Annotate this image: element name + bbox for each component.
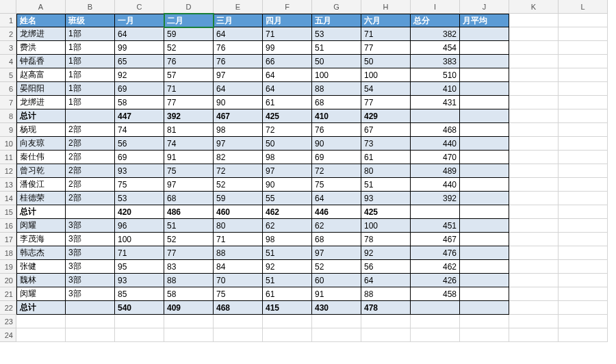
cell-D12[interactable]: 75 — [164, 164, 214, 178]
cell-H7[interactable]: 77 — [361, 96, 411, 109]
cell-D11[interactable]: 91 — [164, 151, 214, 164]
cell-D18[interactable]: 77 — [164, 246, 214, 260]
cell-E8[interactable]: 467 — [214, 109, 263, 123]
cell-F24[interactable] — [263, 328, 312, 342]
cell-G7[interactable]: 68 — [312, 96, 361, 109]
cell-C24[interactable] — [115, 328, 164, 342]
cell-L9[interactable] — [559, 123, 608, 137]
cell-G13[interactable]: 75 — [312, 178, 361, 192]
cell-D3[interactable]: 52 — [164, 41, 214, 55]
cell-L18[interactable] — [559, 246, 608, 260]
cell-F12[interactable]: 97 — [263, 164, 312, 178]
cell-E5[interactable]: 97 — [214, 68, 263, 82]
cell-I19[interactable]: 462 — [411, 260, 460, 274]
cell-B21[interactable]: 3部 — [66, 287, 115, 301]
col-head-H[interactable]: H — [361, 0, 411, 14]
cell-K14[interactable] — [509, 192, 559, 205]
cell-F10[interactable]: 50 — [263, 137, 312, 151]
cell-E11[interactable]: 82 — [214, 151, 263, 164]
cell-J14[interactable] — [460, 192, 509, 205]
cell-L12[interactable] — [559, 164, 608, 178]
cell-G15[interactable]: 446 — [312, 205, 361, 219]
cell-D9[interactable]: 81 — [164, 123, 214, 137]
cell-A8[interactable]: 总计 — [16, 109, 66, 123]
cell-F19[interactable]: 92 — [263, 260, 312, 274]
cell-L3[interactable] — [559, 41, 608, 55]
cell-J7[interactable] — [460, 96, 509, 109]
row-head-1[interactable]: 1 — [0, 14, 16, 27]
cell-E18[interactable]: 88 — [214, 246, 263, 260]
cell-C15[interactable]: 420 — [115, 205, 164, 219]
cell-I21[interactable]: 458 — [411, 287, 460, 301]
cell-B8[interactable] — [66, 109, 115, 123]
cell-D8[interactable]: 392 — [164, 109, 214, 123]
cell-L15[interactable] — [559, 205, 608, 219]
cell-D1[interactable]: 二月 — [164, 14, 214, 27]
row-head-3[interactable]: 3 — [0, 41, 16, 55]
cell-E1[interactable]: 三月 — [214, 14, 263, 27]
cell-H19[interactable]: 56 — [361, 260, 411, 274]
cell-H12[interactable]: 80 — [361, 164, 411, 178]
cell-F2[interactable]: 71 — [263, 27, 312, 41]
cell-L24[interactable] — [559, 328, 608, 342]
cell-B1[interactable]: 班级 — [66, 14, 115, 27]
cell-E10[interactable]: 97 — [214, 137, 263, 151]
cell-D17[interactable]: 52 — [164, 233, 214, 246]
cell-E14[interactable]: 59 — [214, 192, 263, 205]
cell-D21[interactable]: 58 — [164, 287, 214, 301]
cell-E13[interactable]: 52 — [214, 178, 263, 192]
cell-K22[interactable] — [509, 301, 559, 315]
cell-H5[interactable]: 100 — [361, 68, 411, 82]
cell-I1[interactable]: 总分 — [411, 14, 460, 27]
cell-K23[interactable] — [509, 315, 559, 328]
spreadsheet[interactable]: ABCDEFGHIJKL1姓名班级一月二月三月四月五月六月总分月平均2龙绑进1部… — [0, 0, 616, 342]
cell-B24[interactable] — [66, 328, 115, 342]
cell-L8[interactable] — [559, 109, 608, 123]
cell-E17[interactable]: 71 — [214, 233, 263, 246]
row-head-6[interactable]: 6 — [0, 82, 16, 96]
cell-A18[interactable]: 韩志杰 — [16, 246, 66, 260]
cell-J16[interactable] — [460, 219, 509, 233]
cell-H2[interactable]: 71 — [361, 27, 411, 41]
cell-I24[interactable] — [411, 328, 460, 342]
cell-I16[interactable]: 451 — [411, 219, 460, 233]
cell-C16[interactable]: 96 — [115, 219, 164, 233]
cell-H23[interactable] — [361, 315, 411, 328]
cell-J22[interactable] — [460, 301, 509, 315]
corner[interactable] — [0, 0, 16, 14]
cell-F8[interactable]: 425 — [263, 109, 312, 123]
cell-C7[interactable]: 58 — [115, 96, 164, 109]
cell-F22[interactable]: 415 — [263, 301, 312, 315]
cell-K4[interactable] — [509, 55, 559, 68]
cell-G16[interactable]: 62 — [312, 219, 361, 233]
cell-B15[interactable] — [66, 205, 115, 219]
cell-I4[interactable]: 383 — [411, 55, 460, 68]
cell-L22[interactable] — [559, 301, 608, 315]
cell-G2[interactable]: 53 — [312, 27, 361, 41]
cell-J8[interactable] — [460, 109, 509, 123]
cell-K2[interactable] — [509, 27, 559, 41]
cell-J1[interactable]: 月平均 — [460, 14, 509, 27]
cell-E16[interactable]: 80 — [214, 219, 263, 233]
cell-C22[interactable]: 540 — [115, 301, 164, 315]
cell-A24[interactable] — [16, 328, 66, 342]
cell-A7[interactable]: 龙绑进 — [16, 96, 66, 109]
cell-H18[interactable]: 92 — [361, 246, 411, 260]
row-head-17[interactable]: 17 — [0, 233, 16, 246]
cell-K11[interactable] — [509, 151, 559, 164]
cell-C17[interactable]: 100 — [115, 233, 164, 246]
cell-D6[interactable]: 71 — [164, 82, 214, 96]
cell-F5[interactable]: 64 — [263, 68, 312, 82]
cell-E20[interactable]: 70 — [214, 274, 263, 287]
cell-D10[interactable]: 74 — [164, 137, 214, 151]
col-head-C[interactable]: C — [115, 0, 164, 14]
cell-I11[interactable]: 470 — [411, 151, 460, 164]
cell-A5[interactable]: 赵高富 — [16, 68, 66, 82]
cell-B11[interactable]: 2部 — [66, 151, 115, 164]
cell-B19[interactable]: 3部 — [66, 260, 115, 274]
cell-E6[interactable]: 64 — [214, 82, 263, 96]
cell-K13[interactable] — [509, 178, 559, 192]
cell-I23[interactable] — [411, 315, 460, 328]
cell-H3[interactable]: 77 — [361, 41, 411, 55]
cell-A6[interactable]: 晏阳阳 — [16, 82, 66, 96]
